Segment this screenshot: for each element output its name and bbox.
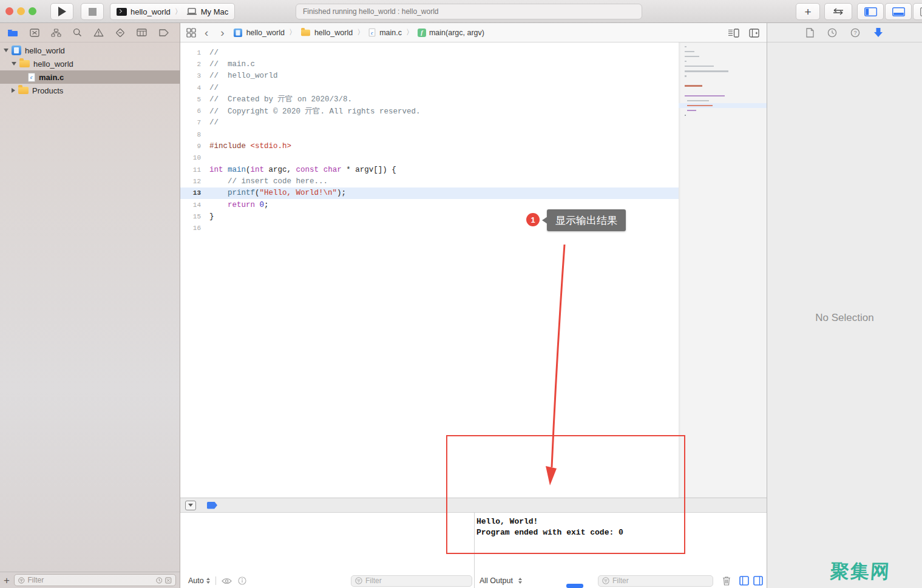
info-icon[interactable] [238, 576, 246, 585]
tests-icon[interactable] [115, 28, 125, 38]
go-forward-icon[interactable]: › [217, 27, 228, 38]
scheme-target-icon [117, 8, 127, 16]
folder-icon [19, 60, 30, 67]
minimap-line [687, 110, 696, 111]
code-line-6[interactable]: 6// Copyright © 2020 亓官. All rights rese… [180, 105, 679, 117]
disclosure-triangle-icon[interactable] [12, 88, 15, 93]
editor-options-icon[interactable] [728, 29, 739, 38]
line-number: 14 [180, 201, 209, 209]
tree-row-main.c[interactable]: cmain.c [0, 70, 180, 84]
navigator-filter-field[interactable] [14, 574, 176, 586]
crumb-label: hello_world [246, 29, 285, 37]
tree-row-Products[interactable]: Products [0, 84, 180, 97]
code-line-2[interactable]: 2// main.c [180, 58, 679, 70]
related-items-icon[interactable] [186, 28, 196, 38]
code-line-10[interactable]: 10 [180, 152, 679, 164]
variables-filter-input[interactable] [365, 576, 456, 585]
code-text: // main.c [209, 60, 255, 69]
disclosure-triangle-icon[interactable] [4, 49, 8, 52]
variables-filter-field[interactable] [351, 575, 472, 587]
symbols-icon[interactable] [51, 29, 61, 37]
code-line-12[interactable]: 12 // insert code here... [180, 175, 679, 187]
line-number: 10 [180, 154, 209, 161]
add-item-icon[interactable]: + [4, 575, 10, 586]
library-add-button[interactable]: + [796, 3, 820, 20]
annotation-tooltip: 显示输出结果 [547, 209, 626, 231]
jumpbar-crumb-hello_world[interactable]: hello_world [233, 28, 285, 38]
line-number: 6 [180, 107, 209, 115]
code-line-11[interactable]: 11int main(int argc, const char * argv[]… [180, 164, 679, 175]
scheme-target-label: hello_world [131, 7, 171, 16]
issues-icon[interactable] [93, 28, 104, 37]
project-navigator-tree: hello_worldhello_worldcmain.cProducts [0, 44, 180, 97]
editor-mode-button[interactable] [824, 3, 852, 20]
watermark: 聚集网 [830, 559, 892, 584]
quick-help-inspector-icon[interactable]: ? [850, 28, 860, 38]
find-icon[interactable] [73, 28, 82, 37]
folder-icon [18, 87, 29, 94]
variables-scope-selector[interactable]: Auto [188, 576, 204, 585]
show-console-view-icon[interactable] [753, 576, 763, 586]
console-filter-field[interactable] [598, 575, 713, 587]
file-inspector-icon[interactable] [806, 28, 814, 38]
scheme-selector[interactable]: hello_world 〉 My Mac [110, 3, 235, 20]
zoom-window-button[interactable] [29, 7, 36, 15]
code-line-3[interactable]: 3// hello_world [180, 70, 679, 82]
line-number: 16 [180, 225, 209, 232]
close-window-button[interactable] [5, 7, 13, 15]
minimap-line [685, 61, 686, 62]
jumpbar-crumb-main(argc, argv)[interactable]: fmain(argc, argv) [418, 29, 484, 37]
quicklook-eye-icon[interactable] [222, 578, 232, 584]
debug-area-collapse-button[interactable] [185, 501, 196, 510]
disclosure-triangle-icon[interactable] [12, 62, 16, 66]
clear-console-trash-icon[interactable] [722, 576, 731, 586]
console-filter-input[interactable] [612, 576, 703, 585]
tree-row-hello_world[interactable]: hello_world [0, 57, 180, 70]
recents-clock-icon[interactable] [156, 576, 163, 584]
go-back-icon[interactable]: ‹ [201, 27, 212, 38]
minimap-line [685, 75, 686, 76]
code-text: // [209, 118, 219, 127]
project-navigator-icon[interactable] [7, 29, 18, 37]
variables-scope-stepper-icon[interactable] [206, 578, 210, 584]
code-line-8[interactable]: 8 [180, 129, 679, 140]
source-editor[interactable]: 1//2// main.c3// hello_world4//5// Creat… [180, 42, 767, 498]
jumpbar-crumb-main.c[interactable]: cmain.c [368, 28, 402, 37]
toggle-navigator-button[interactable] [857, 3, 884, 20]
breakpoints-icon[interactable] [158, 29, 169, 36]
run-button[interactable] [50, 3, 73, 20]
code-line-7[interactable]: 7// [180, 117, 679, 129]
jumpbar-crumb-hello_world[interactable]: hello_world [300, 29, 353, 37]
quick-help-arrow-icon[interactable] [873, 27, 883, 38]
tree-row-hello_world[interactable]: hello_world [0, 44, 180, 57]
stop-icon [89, 8, 97, 16]
code-text: // hello_world [209, 72, 278, 80]
minimap-line [685, 51, 694, 52]
jump-bar: ‹ › hello_world〉hello_world〉cmain.c〉fmai… [180, 23, 767, 42]
navigator-tab-bar [0, 23, 180, 42]
code-text: return 0; [209, 201, 269, 209]
breakpoint-toggle-icon[interactable] [207, 502, 217, 509]
code-line-13[interactable]: 13 printf("Hello, World!\n"); [180, 188, 679, 199]
minimap[interactable] [679, 42, 767, 498]
line-number: 15 [180, 213, 209, 220]
debug-navigator-icon[interactable] [137, 29, 147, 36]
toggle-inspector-button[interactable] [913, 3, 922, 20]
show-variables-view-icon[interactable] [739, 576, 749, 586]
chevron-right-icon: 〉 [405, 27, 414, 38]
code-line-4[interactable]: 4// [180, 82, 679, 93]
stop-button[interactable] [81, 3, 104, 20]
code-line-5[interactable]: 5// Created by 亓官 on 2020/3/8. [180, 93, 679, 105]
console-scope-stepper-icon[interactable] [518, 578, 522, 584]
navigator-filter-input[interactable] [28, 576, 153, 584]
console-scope-selector[interactable]: All Output [480, 576, 513, 585]
code-lines[interactable]: 1//2// main.c3// hello_world4//5// Creat… [180, 42, 679, 498]
code-line-1[interactable]: 1// [180, 47, 679, 58]
minimize-window-button[interactable] [17, 7, 25, 15]
add-editor-icon[interactable] [749, 29, 759, 38]
toggle-debug-area-button[interactable] [885, 3, 912, 20]
history-inspector-icon[interactable] [827, 28, 837, 38]
source-control-icon[interactable] [30, 29, 39, 37]
code-line-9[interactable]: 9#include <stdio.h> [180, 140, 679, 152]
scm-status-filter-icon[interactable] [165, 576, 172, 584]
